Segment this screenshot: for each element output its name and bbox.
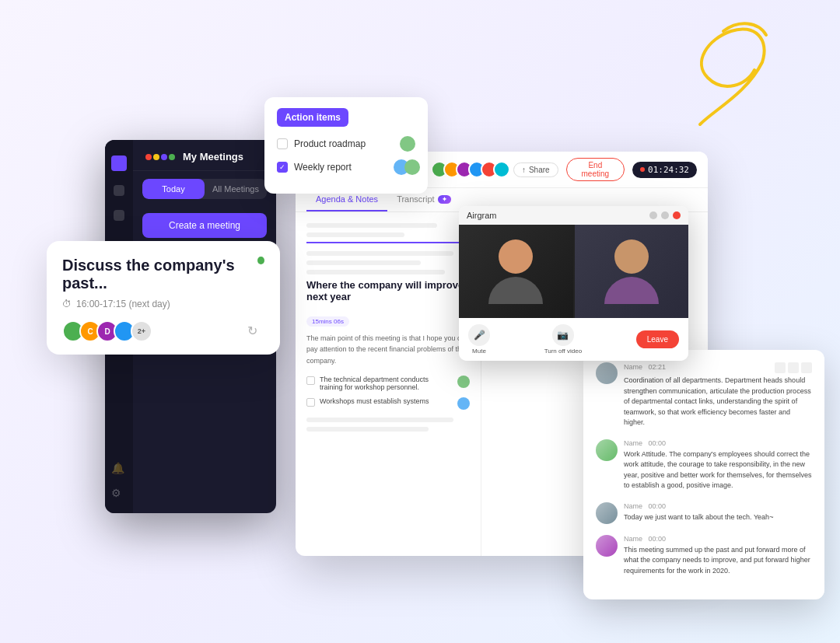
chat-action-icon-1[interactable] [775, 362, 786, 373]
video-toggle-button[interactable]: 📷 Turn off video [544, 324, 582, 355]
action-item-weekly-report[interactable]: Weekly report [277, 159, 415, 175]
minimize-button[interactable] [649, 211, 657, 219]
action-avatar-1 [400, 136, 415, 152]
checkbox-product-roadmap[interactable] [277, 138, 288, 149]
chat-avatar-1 [596, 362, 618, 384]
chat-bubble-2: Name 00:00 Work Attitude. The company's … [624, 439, 812, 491]
avatar-inner-1 [596, 362, 618, 384]
settings-icon[interactable]: ⚙ [111, 487, 121, 499]
active-indicator [257, 257, 264, 264]
chat-message-1: Name 02:21 Coordination of all departmen… [596, 362, 812, 428]
text-placeholder-7 [306, 427, 429, 432]
chat-name-time-4: Name 00:00 [624, 535, 812, 543]
chat-bubble-3: Name 00:00 Today we just want to talk ab… [624, 502, 812, 524]
agenda-panel: Where the company will improve next year… [296, 212, 481, 556]
chat-avatar-3 [596, 502, 618, 524]
transcript-chat-card: Name 02:21 Coordination of all departmen… [583, 350, 824, 599]
chat-message-3: Name 00:00 Today we just want to talk ab… [596, 502, 812, 524]
video-call-popup: Airgram 🎤 Mute 📷 Turn off video [459, 206, 688, 361]
avatar-inner-3 [596, 502, 618, 524]
action-item-label-1: Product roadmap [294, 138, 394, 149]
video-controls-bar: 🎤 Mute 📷 Turn off video Leave [459, 318, 688, 361]
maximize-button[interactable] [661, 211, 669, 219]
meeting-timer: 01:24:32 [632, 162, 697, 178]
agenda-body-text: The main point of this meeting is that I… [306, 333, 470, 366]
close-button[interactable] [673, 211, 681, 219]
text-placeholder-2 [306, 232, 404, 237]
participant-video-2 [575, 225, 689, 318]
avatar-more: 2+ [131, 320, 152, 342]
chat-message-4: Name 00:00 This meeting summed up the pa… [596, 535, 812, 577]
checklist-item-1: The technical department conducts traini… [306, 376, 470, 391]
chat-name-time-3: Name 00:00 [624, 502, 812, 510]
microphone-icon: 🎤 [468, 324, 490, 346]
avatar-inner-4 [596, 535, 618, 557]
checklist-text-2: Workshops must establish systems [320, 397, 429, 405]
chat-avatar-4 [596, 535, 618, 557]
bell-icon[interactable]: 🔔 [111, 462, 124, 474]
timer-value: 01:24:32 [648, 165, 689, 175]
timer-dot [640, 167, 645, 172]
meeting-title: Discuss the company's past... [62, 257, 257, 292]
participant-video-1 [459, 225, 573, 318]
participant-dot-6 [493, 161, 510, 178]
meeting-time-text: 16:00-17:15 (next day) [76, 299, 170, 309]
chat-name-time-1: Name 02:21 [624, 363, 666, 371]
meeting-detail-card: Discuss the company's past... ⏱ 16:00-17… [47, 241, 280, 355]
face-head-1 [499, 239, 533, 274]
chat-avatar-2 [596, 439, 618, 461]
video-grid [459, 225, 688, 318]
checkbox-weekly-report[interactable] [277, 162, 288, 173]
face-head-2 [614, 239, 649, 274]
chat-text-4: This meeting summed up the past and put … [624, 545, 812, 577]
video-cell-right [575, 225, 689, 318]
video-label: Turn off video [544, 348, 582, 355]
app-title: My Meetings [183, 151, 243, 162]
video-cell-left [459, 225, 573, 318]
avatar-inner-2 [596, 439, 618, 461]
checklist-checkbox-2[interactable] [306, 398, 315, 407]
participant-dots [431, 161, 506, 178]
video-app-title: Airgram [467, 211, 497, 220]
face-body-1 [488, 277, 543, 304]
refresh-icon[interactable]: ↻ [247, 323, 264, 341]
action-items-card: Action items Product roadmap Weekly repo… [264, 97, 428, 194]
ai-badge: ✦ [438, 195, 451, 204]
action-avatar-2b [404, 159, 420, 175]
chat-action-icon-2[interactable] [788, 362, 799, 373]
meeting-time: ⏱ 16:00-17:15 (next day) [62, 299, 264, 309]
checklist-text-1: The technical department conducts traini… [320, 376, 453, 391]
tab-today[interactable]: Today [142, 179, 205, 199]
sidebar-tabs: Today All Meetings [142, 179, 267, 199]
share-button[interactable]: ↑ Share [513, 162, 558, 177]
chat-text-1: Coordination of all departments. Departm… [624, 376, 812, 428]
action-item-product-roadmap[interactable]: Product roadmap [277, 136, 415, 152]
end-meeting-button[interactable]: End meeting [566, 158, 625, 181]
create-meeting-button[interactable]: Create a meeting [142, 213, 267, 238]
home-icon[interactable] [111, 156, 127, 171]
checklist-avatar-2 [457, 397, 470, 410]
text-placeholder-5 [306, 270, 445, 274]
text-placeholder-6 [306, 418, 453, 422]
chat-text-3: Today we just want to talk about the tec… [624, 512, 812, 523]
checklist-checkbox-1[interactable] [306, 376, 315, 385]
time-badge: 15mins 06s [306, 316, 349, 327]
action-items-header: Action items [277, 108, 348, 127]
mute-label: Mute [472, 348, 486, 355]
video-icon[interactable] [114, 210, 124, 221]
checklist-avatar-1 [457, 376, 470, 388]
chat-action-icon-3[interactable] [801, 362, 812, 373]
leave-button[interactable]: Leave [636, 330, 679, 348]
mute-button[interactable]: 🎤 Mute [468, 324, 490, 355]
clock-icon: ⏱ [62, 299, 72, 309]
app-logo [145, 154, 175, 160]
calendar-icon[interactable] [114, 185, 124, 196]
app-top-bar: My Meetings [133, 140, 276, 171]
chat-name-time-2: Name 00:00 [624, 439, 812, 447]
chat-bubble-4: Name 00:00 This meeting summed up the pa… [624, 535, 812, 577]
tab-all[interactable]: All Meetings [205, 179, 267, 199]
text-placeholder-3 [306, 251, 453, 256]
text-placeholder-1 [306, 223, 437, 228]
share-icon: ↑ [522, 166, 526, 174]
meeting-avatars: C D 2+ [62, 320, 264, 342]
